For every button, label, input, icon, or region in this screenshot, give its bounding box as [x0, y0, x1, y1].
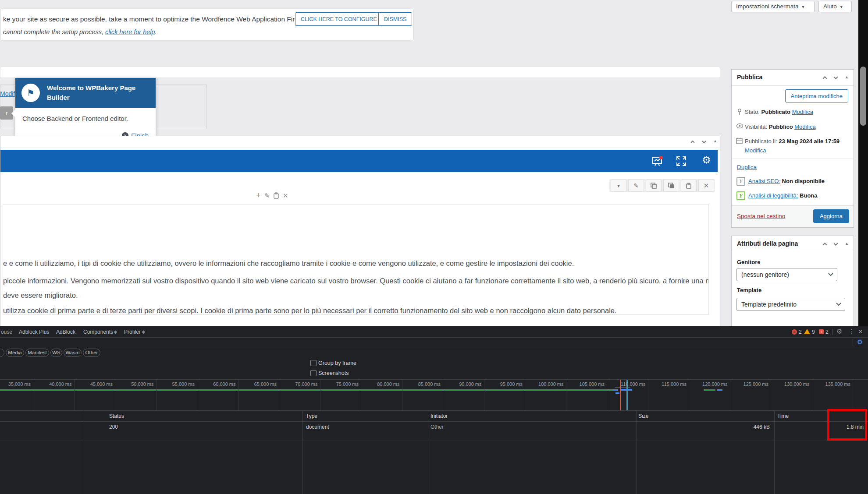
screen-options-button[interactable]: Impostazioni schermata▼: [731, 1, 815, 12]
error-count[interactable]: 2: [799, 329, 802, 335]
template-select[interactable]: Template predefinito: [736, 298, 845, 311]
collapse-toggle-icon[interactable]: ▲: [713, 139, 717, 143]
duplicate-link[interactable]: Duplica: [737, 164, 757, 170]
tab-adblock-plus[interactable]: Adblock Plus: [19, 329, 49, 335]
chevron-down-icon: [828, 273, 833, 276]
tab-lighthouse-partial[interactable]: ouse: [1, 329, 12, 335]
publish-panel-header[interactable]: Pubblica ▲: [732, 70, 854, 86]
timeline-gridline: [648, 380, 648, 410]
column-border[interactable]: [774, 411, 775, 494]
seo-analysis-link[interactable]: Analisi SEO:: [748, 178, 780, 184]
chevron-down-icon: [836, 303, 841, 306]
edit-visibility-link[interactable]: Modifica: [794, 124, 815, 130]
filter-img-partial[interactable]: g: [0, 349, 4, 357]
edit-link-partial[interactable]: Modifica: [0, 90, 16, 98]
timeline-tick-label: 55,000 ms: [159, 381, 195, 387]
scrollbar-thumb[interactable]: [860, 67, 866, 126]
edit-row-button[interactable]: ✎: [628, 180, 644, 192]
configure-firewall-button[interactable]: CLICK HERE TO CONFIGURE: [295, 12, 383, 26]
fullscreen-icon[interactable]: [676, 155, 687, 167]
filter-other[interactable]: Other: [83, 349, 100, 357]
click-here-for-help-link[interactable]: click here for help: [105, 28, 155, 35]
row-dropdown-button[interactable]: ▼: [611, 180, 626, 192]
column-header-time[interactable]: Time: [777, 413, 789, 419]
collapse-toggle-icon[interactable]: ▲: [845, 241, 849, 246]
preview-changes-button[interactable]: Anteprima modifiche: [785, 89, 849, 102]
clone-row-button[interactable]: [663, 180, 679, 192]
request-bar-gray: [615, 387, 630, 388]
clipboard-icon[interactable]: [273, 192, 279, 199]
edit-published-date-link[interactable]: Modifica: [745, 147, 766, 154]
row-border: [0, 441, 868, 441]
divider: [832, 329, 833, 335]
update-button[interactable]: Aggiorna: [813, 209, 849, 223]
dismiss-button[interactable]: DISMISS: [378, 12, 412, 26]
tab-profiler[interactable]: Profiler: [124, 329, 141, 335]
console-errors-icon[interactable]: ✕: [792, 329, 797, 335]
timeline-gridline: [443, 380, 443, 410]
column-header-status[interactable]: Status: [109, 413, 124, 419]
group-by-frame-label: Group by frame: [318, 360, 356, 366]
column-border[interactable]: [84, 411, 84, 494]
network-table: Status Type Initiator Size Time 200 docu…: [0, 411, 868, 494]
caret-down-icon: ▼: [616, 183, 621, 188]
close-devtools-icon[interactable]: ✕: [858, 328, 863, 335]
tab-components[interactable]: Components: [83, 329, 113, 335]
timeline-gridline: [74, 380, 75, 410]
parent-select[interactable]: (nessun genitore): [736, 268, 837, 281]
pencil-icon[interactable]: ✎: [264, 192, 270, 200]
close-icon[interactable]: ✕: [283, 192, 288, 200]
timeline-gridline: [361, 380, 361, 410]
devtools-settings-gear-icon[interactable]: ⚙: [836, 328, 842, 335]
column-border[interactable]: [637, 411, 637, 494]
publish-footer: Sposta nel cestino Aggiorna: [732, 205, 854, 227]
column-border[interactable]: [302, 411, 303, 494]
move-up-icon[interactable]: [690, 139, 696, 145]
column-header-size[interactable]: Size: [638, 413, 648, 419]
edit-status-link[interactable]: Modifica: [792, 109, 813, 115]
filter-media[interactable]: Media: [6, 349, 24, 357]
calendar-icon: [736, 138, 743, 144]
help-button[interactable]: Aiuto▼: [818, 1, 852, 12]
tab-adblock[interactable]: AdBlock: [56, 329, 75, 335]
warning-triangle-icon[interactable]: [804, 329, 810, 334]
wpbakery-navbar: ⚙: [0, 150, 718, 172]
content-canvas[interactable]: e e come li utilizziamo, i tipi di cooki…: [3, 204, 709, 315]
column-header-type[interactable]: Type: [306, 413, 317, 419]
filter-ws[interactable]: WS: [50, 349, 62, 357]
move-to-trash-link[interactable]: Sposta nel cestino: [737, 213, 785, 219]
filter-wasm[interactable]: Wasm: [64, 349, 82, 357]
add-element-icon[interactable]: +: [256, 191, 261, 200]
timeline-tick-label: 125,000 ms: [733, 381, 768, 387]
page-title-input[interactable]: [0, 67, 720, 78]
issues-count[interactable]: 2: [825, 329, 829, 335]
column-border[interactable]: [429, 411, 429, 494]
group-by-frame-checkbox[interactable]: [310, 360, 317, 366]
stats-icon[interactable]: [651, 155, 663, 167]
move-down-icon[interactable]: [832, 241, 839, 247]
issues-icon[interactable]: !: [819, 329, 824, 334]
move-up-icon[interactable]: [822, 241, 828, 247]
kebab-menu-icon[interactable]: ⋮: [849, 328, 855, 335]
delete-row-button[interactable]: ✕: [698, 180, 714, 192]
filter-manifest[interactable]: Manifest: [25, 349, 49, 357]
move-down-icon[interactable]: [701, 139, 707, 145]
timeline-gridline: [156, 380, 157, 410]
move-down-icon[interactable]: [832, 74, 839, 81]
network-activity-green-segment: [704, 389, 715, 391]
network-settings-gear-icon[interactable]: ⚙: [857, 338, 863, 346]
warning-count[interactable]: 9: [812, 329, 815, 335]
timeline-gridline: [525, 380, 525, 410]
readability-analysis-link[interactable]: Analisi di leggibilità:: [748, 192, 798, 199]
move-up-icon[interactable]: [822, 74, 828, 81]
column-header-initiator[interactable]: Initiator: [430, 413, 448, 419]
network-overview[interactable]: 35,000 ms40,000 ms45,000 ms50,000 ms55,0…: [0, 379, 868, 411]
paste-row-button[interactable]: [681, 180, 697, 192]
attributes-panel-header[interactable]: Attributi della pagina ▲: [732, 236, 854, 252]
scrollbar-track[interactable]: [858, 0, 868, 326]
gear-icon[interactable]: ⚙: [702, 154, 711, 166]
screenshots-checkbox[interactable]: [310, 370, 317, 376]
collapse-toggle-icon[interactable]: ▲: [845, 75, 849, 79]
copy-row-button[interactable]: [646, 180, 662, 192]
timeline-tick-label: 100,000 ms: [528, 381, 564, 387]
